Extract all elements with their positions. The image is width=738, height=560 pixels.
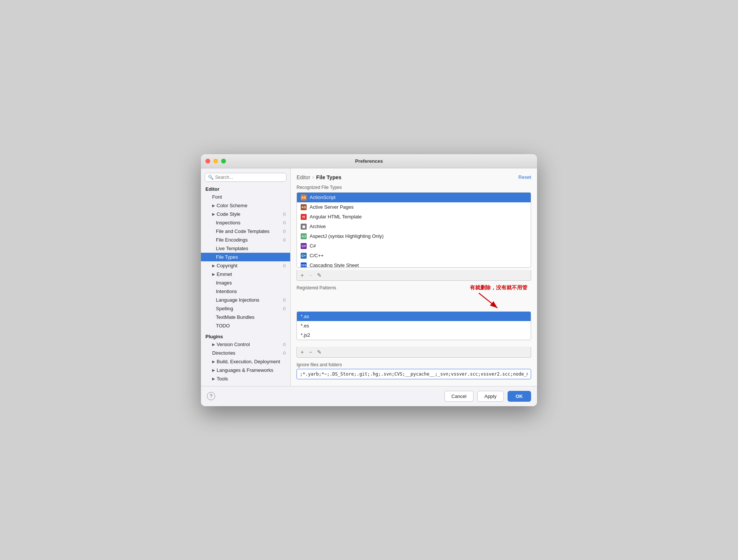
ft-item-asp[interactable]: AS Active Server Pages bbox=[297, 202, 531, 212]
sidebar-item-directories[interactable]: Directories⎙ bbox=[201, 349, 290, 357]
minimize-button[interactable] bbox=[213, 159, 218, 164]
sidebar-item-todo[interactable]: TODO bbox=[201, 321, 290, 330]
ft-item-css[interactable]: CSS Cascading Style Sheet bbox=[297, 261, 531, 267]
section-plugins: Plugins bbox=[201, 332, 290, 340]
edit-pattern-button[interactable]: ✎ bbox=[316, 348, 323, 356]
sidebar-item-spelling[interactable]: Spelling⎙ bbox=[201, 304, 290, 313]
sidebar-item-file-encodings[interactable]: File Encodings⎙ bbox=[201, 236, 290, 244]
add-pattern-button[interactable]: + bbox=[299, 348, 305, 356]
search-input[interactable] bbox=[215, 175, 283, 180]
ft-item-angular[interactable]: H Angular HTML Template bbox=[297, 212, 531, 222]
patterns-scroll[interactable]: *.as *.es *.js2 bbox=[297, 312, 531, 340]
file-types-scroll[interactable]: AS ActionScript AS Active Server Pages H… bbox=[297, 193, 531, 267]
sidebar-item-textmate[interactable]: TextMate Bundles bbox=[201, 313, 290, 321]
pattern-item-es[interactable]: *.es bbox=[297, 321, 531, 330]
remove-pattern-button[interactable]: − bbox=[307, 348, 313, 356]
sidebar-item-font[interactable]: Font bbox=[201, 193, 290, 201]
ignore-label: Ignore files and folders bbox=[297, 362, 531, 367]
file-types-toolbar: + − ✎ bbox=[297, 270, 531, 281]
action-buttons: Cancel Apply OK bbox=[444, 391, 531, 402]
search-box[interactable]: 🔍 bbox=[205, 173, 286, 182]
sidebar-item-file-types[interactable]: File Types bbox=[201, 253, 290, 261]
sidebar-item-version-control[interactable]: ▶Version Control⎙ bbox=[201, 340, 290, 349]
sidebar: 🔍 Editor Font ▶Color Scheme ▶Code Style⎙… bbox=[201, 168, 291, 386]
sidebar-item-build[interactable]: ▶Build, Execution, Deployment bbox=[201, 357, 290, 366]
window-title: Preferences bbox=[355, 158, 383, 164]
title-bar: Preferences bbox=[201, 154, 537, 168]
sidebar-item-inspections[interactable]: Inspections⎙ bbox=[201, 218, 290, 227]
patterns-list: *.as *.es *.js2 bbox=[297, 311, 531, 340]
section-editor: Editor bbox=[201, 185, 290, 193]
ft-item-cpp[interactable]: C+ C/C++ bbox=[297, 251, 531, 261]
annotation-text: 有就删除，没有就不用管 bbox=[470, 284, 527, 291]
ft-icon-cpp: C+ bbox=[301, 253, 307, 259]
cancel-button[interactable]: Cancel bbox=[444, 391, 474, 402]
right-panel: Editor › File Types Reset Recognized Fil… bbox=[291, 168, 537, 386]
sidebar-item-images[interactable]: Images bbox=[201, 279, 290, 287]
maximize-button[interactable] bbox=[221, 159, 226, 164]
window-controls bbox=[205, 159, 226, 164]
ft-item-aspectj[interactable]: AJ AspectJ (syntax Highlighting Only) bbox=[297, 231, 531, 241]
ignore-section: Ignore files and folders bbox=[297, 362, 531, 379]
sidebar-item-languages[interactable]: ▶Languages & Frameworks bbox=[201, 366, 290, 374]
apply-button[interactable]: Apply bbox=[477, 391, 504, 402]
recognized-section-title: Recognized File Types bbox=[297, 185, 531, 190]
ft-icon-angular: H bbox=[301, 214, 307, 220]
help-button[interactable]: ? bbox=[207, 392, 215, 400]
preferences-window: Preferences 🔍 Editor Font ▶Color Scheme … bbox=[201, 154, 537, 406]
pattern-item-js2[interactable]: *.js2 bbox=[297, 330, 531, 340]
edit-file-type-button[interactable]: ✎ bbox=[316, 271, 323, 279]
sidebar-item-color-scheme[interactable]: ▶Color Scheme bbox=[201, 201, 290, 210]
ft-icon-css: CSS bbox=[301, 262, 307, 267]
sidebar-item-copyright[interactable]: ▶Copyright⎙ bbox=[201, 261, 290, 270]
arrow-svg bbox=[471, 291, 501, 310]
remove-file-type-button[interactable]: − bbox=[307, 271, 313, 279]
search-icon: 🔍 bbox=[208, 175, 214, 180]
ok-button[interactable]: OK bbox=[508, 391, 531, 402]
file-types-list: AS ActionScript AS Active Server Pages H… bbox=[297, 192, 531, 268]
reset-button[interactable]: Reset bbox=[518, 174, 531, 180]
breadcrumb-current: File Types bbox=[316, 174, 341, 180]
pattern-item-as[interactable]: *.as bbox=[297, 312, 531, 321]
ft-icon-aspectj: AJ bbox=[301, 233, 307, 239]
sidebar-item-intentions[interactable]: Intentions bbox=[201, 287, 290, 296]
ft-icon-archive: ▦ bbox=[301, 224, 307, 230]
ft-item-archive[interactable]: ▦ Archive bbox=[297, 222, 531, 231]
sidebar-item-emmet[interactable]: ▶Emmet bbox=[201, 270, 290, 279]
breadcrumb: Editor › File Types bbox=[297, 174, 341, 180]
add-file-type-button[interactable]: + bbox=[299, 271, 305, 279]
sidebar-item-code-style[interactable]: ▶Code Style⎙ bbox=[201, 210, 290, 218]
breadcrumb-parent: Editor bbox=[297, 174, 310, 180]
main-content: 🔍 Editor Font ▶Color Scheme ▶Code Style⎙… bbox=[201, 168, 537, 386]
breadcrumb-separator: › bbox=[313, 175, 314, 180]
ignore-input[interactable] bbox=[297, 369, 531, 379]
sidebar-item-language-injections[interactable]: Language Injections⎙ bbox=[201, 296, 290, 304]
ft-icon-asp: AS bbox=[301, 204, 307, 210]
close-button[interactable] bbox=[205, 159, 210, 164]
svg-line-1 bbox=[479, 293, 497, 308]
sidebar-item-live-templates[interactable]: Live Templates bbox=[201, 244, 290, 253]
ft-item-csharp[interactable]: C# C# bbox=[297, 241, 531, 251]
sidebar-item-file-code-templates[interactable]: File and Code Templates⎙ bbox=[201, 227, 290, 236]
bottom-bar: ? Cancel Apply OK bbox=[201, 386, 537, 406]
ft-icon-actionscript: AS bbox=[301, 195, 307, 200]
sidebar-item-tools[interactable]: ▶Tools bbox=[201, 374, 290, 383]
annotation-arrow bbox=[471, 291, 501, 311]
ft-icon-csharp: C# bbox=[301, 243, 307, 249]
ft-item-actionscript[interactable]: AS ActionScript bbox=[297, 193, 531, 202]
annotation-area: 有就删除，没有就不用管 * bbox=[297, 293, 531, 342]
patterns-toolbar: + − ✎ bbox=[297, 347, 531, 358]
panel-header: Editor › File Types Reset bbox=[297, 174, 531, 180]
